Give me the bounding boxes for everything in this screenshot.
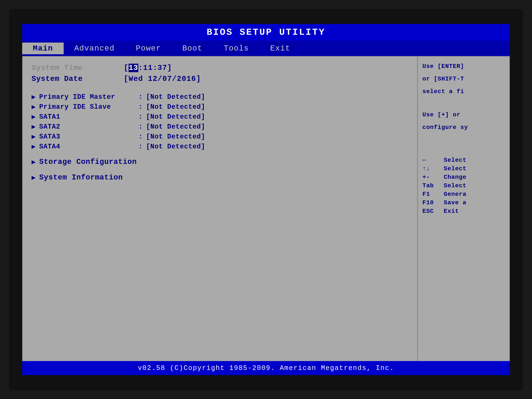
device-colon-0: : (139, 93, 143, 101)
device-colon-3: : (139, 123, 143, 131)
device-row-4[interactable]: ▶ SATA3 : [Not Detected] (32, 133, 408, 141)
nav-item-power[interactable]: Power (125, 43, 172, 54)
device-label-3: SATA2 (39, 123, 139, 131)
submenu-row-1[interactable]: ▶ System Information (32, 173, 408, 182)
device-value-0: [Not Detected] (146, 93, 205, 101)
help-key-1: ↑↓ (422, 165, 444, 172)
help-key-row-4: F1 Genera (422, 191, 505, 197)
content-panel: System Time [13:11:37] System Date [Wed … (22, 56, 418, 372)
footer-text: v02.58 (C)Copyright 1985-2009. American … (138, 364, 394, 372)
arrow-icon-1: ▶ (32, 103, 36, 111)
device-label-4: SATA3 (39, 133, 139, 140)
monitor: BIOS SETUP UTILITY Main Advanced Power B… (9, 9, 523, 390)
device-row-5[interactable]: ▶ SATA4 : [Not Detected] (32, 142, 408, 151)
submenu-label-0: Storage Configuration (39, 158, 137, 166)
device-label-0: Primary IDE Master (39, 93, 139, 101)
system-date-value: [Wed 12/07/2016] (124, 75, 201, 83)
help-key-row-5: F10 Save a (422, 199, 505, 206)
device-label-5: SATA4 (39, 143, 139, 150)
footer-bar: v02.58 (C)Copyright 1985-2009. American … (22, 361, 510, 375)
device-row-0[interactable]: ▶ Primary IDE Master : [Not Detected] (32, 93, 408, 101)
device-value-5: [Not Detected] (146, 143, 205, 150)
arrow-icon-3: ▶ (32, 122, 36, 131)
submenu-arrow-1: ▶ (32, 173, 36, 182)
title-bar: BIOS SETUP UTILITY (22, 24, 510, 41)
help-desc-3: Select (444, 182, 466, 189)
device-row-3[interactable]: ▶ SATA2 : [Not Detected] (32, 122, 408, 131)
main-area: System Time [13:11:37] System Date [Wed … (22, 56, 510, 372)
help-key-row-6: ESC Exit (422, 208, 505, 215)
device-row-2[interactable]: ▶ SATA1 : [Not Detected] (32, 113, 408, 121)
nav-item-advanced[interactable]: Advanced (64, 43, 125, 54)
help-key-row-1: ↑↓ Select (422, 165, 505, 172)
help-line-1: Use [ENTER] (422, 62, 505, 71)
help-desc-0: Select (444, 157, 466, 164)
device-row-1[interactable]: ▶ Primary IDE Slave : [Not Detected] (32, 103, 408, 111)
device-value-3: [Not Detected] (146, 123, 205, 131)
system-time-label: System Time (32, 64, 124, 72)
help-desc-4: Genera (444, 191, 466, 197)
help-desc-2: Change (444, 174, 466, 181)
system-time-highlight: 13 (129, 64, 138, 72)
help-key-0: ↔ (422, 157, 444, 164)
arrow-icon-5: ▶ (32, 142, 36, 151)
help-line-2: or [SHIFT-T (422, 75, 505, 83)
help-line-3: select a fi (422, 87, 505, 96)
help-key-row-0: ↔ Select (422, 157, 505, 164)
arrow-icon-4: ▶ (32, 133, 36, 141)
system-time-row: System Time [13:11:37] (32, 64, 408, 72)
help-desc-5: Save a (444, 199, 466, 206)
device-label-1: Primary IDE Slave (39, 103, 139, 111)
arrow-icon-0: ▶ (32, 93, 36, 101)
device-colon-1: : (139, 103, 143, 111)
nav-item-boot[interactable]: Boot (172, 43, 213, 54)
device-colon-5: : (139, 143, 143, 150)
bios-title: BIOS SETUP UTILITY (207, 27, 325, 38)
help-key-2: +- (422, 174, 444, 181)
system-time-value: [13:11:37] (124, 64, 172, 72)
submenu-label-1: System Information (39, 173, 123, 182)
help-spacer2 (422, 135, 505, 146)
system-date-label: System Date (32, 75, 124, 83)
nav-item-tools[interactable]: Tools (213, 43, 260, 54)
help-key-3: Tab (422, 182, 444, 189)
help-key-row-3: Tab Select (422, 182, 505, 189)
help-key-row-2: +- Change (422, 174, 505, 181)
device-colon-2: : (139, 113, 143, 120)
help-line-5: configure sy (422, 123, 505, 132)
spacer1 (32, 86, 408, 93)
help-desc-1: Select (444, 165, 466, 172)
submenu-arrow-0: ▶ (32, 158, 36, 166)
help-panel: Use [ENTER] or [SHIFT-T select a fi Use … (418, 56, 510, 372)
device-label-2: SATA1 (39, 113, 139, 120)
help-key-4: F1 (422, 191, 444, 197)
help-line-4: Use [+] or (422, 110, 505, 119)
submenu-row-0[interactable]: ▶ Storage Configuration (32, 158, 408, 166)
device-value-2: [Not Detected] (146, 113, 205, 120)
device-value-4: [Not Detected] (146, 133, 205, 140)
arrow-icon-2: ▶ (32, 113, 36, 121)
device-colon-4: : (139, 133, 143, 140)
help-spacer3 (422, 146, 505, 157)
help-key-5: F10 (422, 199, 444, 206)
help-spacer1 (422, 100, 505, 110)
help-key-6: ESC (422, 208, 444, 215)
help-desc-6: Exit (444, 208, 459, 215)
system-time-suffix: :11:37] (138, 64, 172, 72)
system-date-row: System Date [Wed 12/07/2016] (32, 75, 408, 83)
screen: BIOS SETUP UTILITY Main Advanced Power B… (22, 24, 510, 375)
nav-item-exit[interactable]: Exit (260, 43, 301, 54)
nav-item-main[interactable]: Main (22, 43, 64, 54)
device-value-1: [Not Detected] (146, 103, 205, 111)
nav-bar: Main Advanced Power Boot Tools Exit (22, 41, 510, 56)
